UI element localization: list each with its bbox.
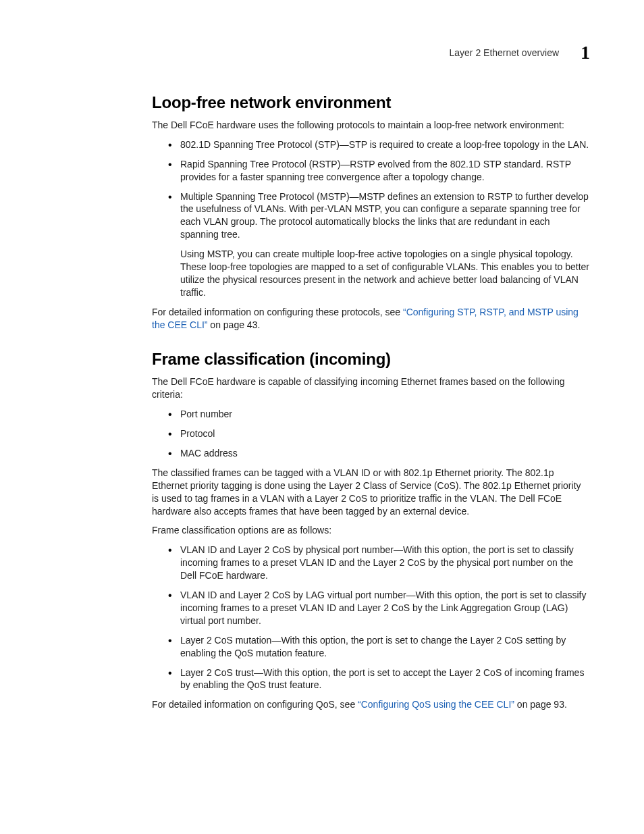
list-item: VLAN ID and Layer 2 CoS by LAG virtual p… bbox=[168, 589, 590, 627]
section-frame-classification: Frame classification (incoming) The Dell… bbox=[152, 350, 590, 711]
list-item: Rapid Spanning Tree Protocol (RSTP)—RSTP… bbox=[168, 158, 590, 184]
chapter-title: Layer 2 Ethernet overview bbox=[449, 47, 559, 58]
list-item-text: MAC address bbox=[180, 448, 238, 459]
list-item: Layer 2 CoS mutation—With this option, t… bbox=[168, 634, 590, 660]
list-item-subpara: Using MSTP, you can create multiple loop… bbox=[180, 248, 590, 299]
section-intro: The Dell FCoE hardware uses the followin… bbox=[152, 119, 590, 132]
list-item: 802.1D Spanning Tree Protocol (STP)—STP … bbox=[168, 138, 590, 151]
outro-text-pre: For detailed information on configuring … bbox=[152, 699, 358, 710]
outro-text-post: on page 93. bbox=[514, 699, 567, 710]
outro-text-pre: For detailed information on configuring … bbox=[152, 307, 403, 317]
protocol-list: 802.1D Spanning Tree Protocol (STP)—STP … bbox=[152, 138, 590, 299]
list-item-text: VLAN ID and Layer 2 CoS by LAG virtual p… bbox=[180, 590, 587, 626]
list-item-text: Port number bbox=[180, 409, 232, 419]
running-header: Layer 2 Ethernet overview 1 bbox=[152, 42, 590, 63]
para-options-lead: Frame classification options are as foll… bbox=[152, 524, 590, 537]
list-item-text: VLAN ID and Layer 2 CoS by physical port… bbox=[180, 544, 574, 581]
chapter-number: 1 bbox=[581, 42, 590, 63]
criteria-list: Port number Protocol MAC address bbox=[152, 408, 590, 460]
list-item: Multiple Spanning Tree Protocol (MSTP)—M… bbox=[168, 190, 590, 299]
list-item-text: 802.1D Spanning Tree Protocol (STP)—STP … bbox=[180, 139, 589, 150]
list-item-text: Layer 2 CoS trust—With this option, the … bbox=[180, 667, 584, 691]
list-item: Protocol bbox=[168, 427, 590, 440]
para-tagging: The classified frames can be tagged with… bbox=[152, 467, 590, 518]
section-outro: For detailed information on configuring … bbox=[152, 698, 590, 711]
outro-text-post: on page 43. bbox=[207, 319, 260, 330]
list-item-text: Layer 2 CoS mutation—With this option, t… bbox=[180, 635, 566, 658]
list-item-text: Protocol bbox=[180, 428, 215, 439]
section-heading: Loop-free network environment bbox=[152, 93, 590, 112]
page: Layer 2 Ethernet overview 1 Loop-free ne… bbox=[0, 0, 644, 834]
list-item-text: Multiple Spanning Tree Protocol (MSTP)—M… bbox=[180, 191, 589, 240]
list-item: Layer 2 CoS trust—With this option, the … bbox=[168, 667, 590, 692]
section-intro: The Dell FCoE hardware is capable of cla… bbox=[152, 375, 590, 401]
options-list: VLAN ID and Layer 2 CoS by physical port… bbox=[152, 544, 590, 692]
list-item: MAC address bbox=[168, 447, 590, 460]
section-heading: Frame classification (incoming) bbox=[152, 350, 590, 369]
list-item: VLAN ID and Layer 2 CoS by physical port… bbox=[168, 544, 590, 582]
list-item: Port number bbox=[168, 408, 590, 421]
section-loop-free: Loop-free network environment The Dell F… bbox=[152, 93, 590, 331]
xref-link-qos[interactable]: “Configuring QoS using the CEE CLI” bbox=[358, 699, 514, 710]
list-item-text: Rapid Spanning Tree Protocol (RSTP)—RSTP… bbox=[180, 159, 571, 182]
section-outro: For detailed information on configuring … bbox=[152, 306, 590, 332]
